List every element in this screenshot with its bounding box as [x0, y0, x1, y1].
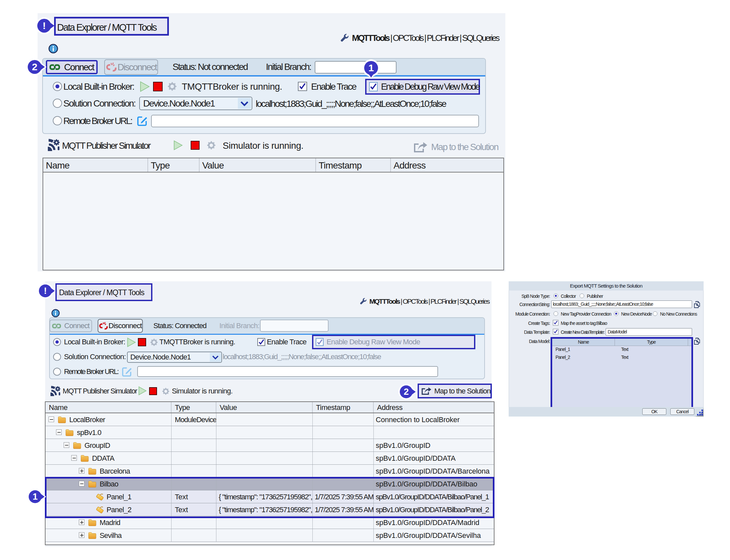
svg-text:1: 1 — [33, 491, 38, 502]
svg-text:!: ! — [44, 286, 47, 296]
svg-text:1: 1 — [368, 62, 374, 73]
svg-text:2: 2 — [32, 61, 38, 72]
svg-text:!: ! — [43, 20, 46, 31]
svg-text:2: 2 — [404, 387, 409, 397]
